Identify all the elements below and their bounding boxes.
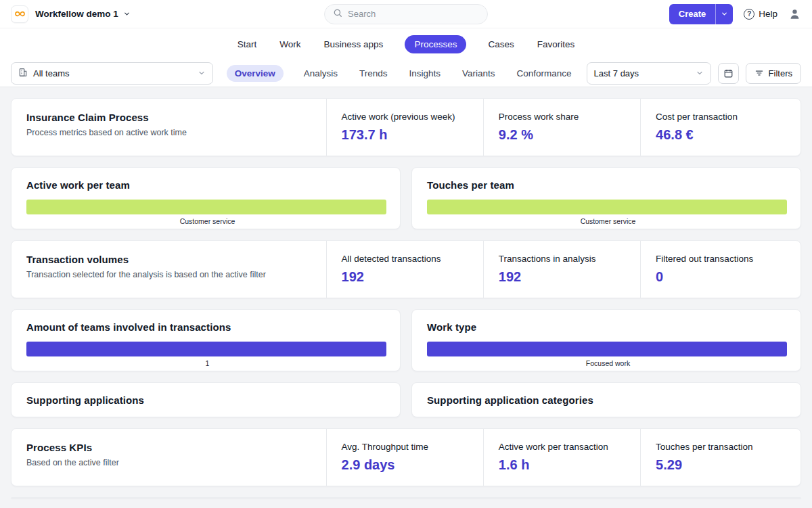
nav-item-cases[interactable]: Cases bbox=[487, 35, 515, 53]
bar-segment-customer-service[interactable] bbox=[26, 200, 386, 214]
tab-insights[interactable]: Insights bbox=[408, 65, 443, 82]
create-split-button: Create bbox=[669, 4, 733, 24]
help-button[interactable]: ? Help bbox=[744, 9, 777, 20]
metric-value: 5.29 bbox=[656, 457, 786, 473]
user-menu-button[interactable] bbox=[788, 7, 801, 20]
dashboard-content: Insurance Claim Process Process metrics … bbox=[0, 87, 812, 508]
workspace-switcher[interactable]: Workfellow demo 1 bbox=[35, 9, 131, 19]
metric-value: 0 bbox=[656, 269, 786, 285]
bar-segment-customer-service[interactable] bbox=[427, 200, 787, 214]
card-title: Transaction volumes bbox=[26, 254, 311, 265]
card-title: Touches per team bbox=[427, 179, 789, 191]
process-kpis-card: Process KPIs Based on the active filter … bbox=[11, 428, 801, 486]
view-tabs: Overview Analysis Trends Insights Varian… bbox=[227, 65, 573, 82]
create-button[interactable]: Create bbox=[669, 4, 715, 24]
card-subtitle: Transaction selected for the analysis is… bbox=[26, 270, 311, 279]
search-input[interactable] bbox=[348, 9, 479, 19]
search-icon bbox=[333, 8, 342, 20]
tab-analysis[interactable]: Analysis bbox=[302, 65, 339, 82]
teams-involved-card: Amount of teams involved in transactions… bbox=[11, 309, 401, 371]
metric-value: 9.2 % bbox=[499, 127, 625, 143]
touches-per-team-card: Touches per team Customer service bbox=[411, 167, 801, 229]
nav-item-business-apps[interactable]: Business apps bbox=[323, 35, 385, 53]
next-card-partial bbox=[11, 497, 801, 499]
card-title: Active work per team bbox=[26, 179, 388, 191]
metric-label: Touches per transaction bbox=[656, 442, 786, 452]
calendar-icon bbox=[723, 68, 734, 78]
workspace-name: Workfellow demo 1 bbox=[35, 9, 118, 19]
chevron-down-icon bbox=[123, 10, 131, 18]
metric-value: 173.7 h bbox=[342, 127, 468, 143]
chevron-down-icon bbox=[696, 69, 704, 77]
metric-label: Filtered out transactions bbox=[656, 254, 786, 264]
date-range-value: Last 7 days bbox=[594, 68, 639, 78]
card-subtitle: Based on the active filter bbox=[26, 458, 311, 467]
bar-label: Customer service bbox=[26, 217, 388, 225]
tab-overview[interactable]: Overview bbox=[227, 65, 284, 82]
topbar: Workfellow demo 1 Create ? Help bbox=[0, 0, 812, 28]
date-range-select[interactable]: Last 7 days bbox=[587, 62, 711, 85]
card-title: Supporting application categories bbox=[427, 394, 786, 406]
tab-conformance[interactable]: Conformance bbox=[516, 65, 573, 82]
chevron-down-icon bbox=[198, 69, 206, 77]
card-title: Insurance Claim Process bbox=[26, 112, 311, 123]
nav-item-start[interactable]: Start bbox=[236, 35, 258, 53]
tab-variants[interactable]: Variants bbox=[461, 65, 497, 82]
metric-label: Active work (previous week) bbox=[342, 112, 468, 122]
active-work-per-team-card: Active work per team Customer service bbox=[11, 167, 401, 229]
teams-filter-select[interactable]: All teams bbox=[11, 62, 213, 85]
bar-label: Focused work bbox=[427, 359, 789, 367]
metric-label: Transactions in analysis bbox=[499, 254, 625, 264]
help-icon: ? bbox=[744, 9, 754, 20]
nav-item-work[interactable]: Work bbox=[278, 35, 302, 53]
metric-value: 1.6 h bbox=[499, 457, 625, 473]
user-icon bbox=[788, 7, 801, 20]
work-type-card: Work type Focused work bbox=[411, 309, 801, 371]
metric-value: 2.9 days bbox=[342, 457, 468, 473]
calendar-button[interactable] bbox=[718, 63, 739, 84]
transaction-volumes-card: Transaction volumes Transaction selected… bbox=[11, 240, 801, 298]
teams-filter-value: All teams bbox=[33, 68, 69, 78]
card-subtitle: Process metrics based on active work tim… bbox=[26, 128, 311, 137]
help-label: Help bbox=[759, 9, 777, 19]
supporting-applications-card: Supporting applications bbox=[11, 382, 401, 417]
metric-value: 192 bbox=[499, 269, 625, 285]
tab-trends[interactable]: Trends bbox=[358, 65, 389, 82]
process-metrics-card: Insurance Claim Process Process metrics … bbox=[11, 98, 801, 156]
metric-value: 192 bbox=[342, 269, 468, 285]
toolbar: All teams Overview Analysis Trends Insig… bbox=[0, 60, 812, 87]
metric-label: Active work per transaction bbox=[499, 442, 625, 452]
bar-segment-focused-work[interactable] bbox=[427, 342, 787, 356]
workfellow-logo-icon[interactable] bbox=[11, 5, 28, 23]
bar-label: 1 bbox=[26, 359, 388, 367]
bar-label: Customer service bbox=[427, 217, 789, 225]
card-title: Amount of teams involved in transactions bbox=[26, 321, 388, 333]
card-title: Work type bbox=[427, 321, 789, 333]
organization-icon bbox=[18, 68, 28, 79]
filters-button[interactable]: Filters bbox=[746, 63, 801, 84]
filters-icon bbox=[754, 68, 764, 78]
main-nav: Start Work Business apps Processes Cases… bbox=[0, 28, 812, 60]
metric-label: Avg. Throughput time bbox=[342, 442, 468, 452]
metric-label: All detected transactions bbox=[342, 254, 468, 264]
card-title: Process KPIs bbox=[26, 442, 311, 453]
filters-label: Filters bbox=[769, 68, 792, 78]
bar-segment-one-team[interactable] bbox=[26, 342, 386, 356]
metric-value: 46.8 € bbox=[656, 127, 786, 143]
create-dropdown-button[interactable] bbox=[715, 4, 733, 24]
nav-item-favorites[interactable]: Favorites bbox=[536, 35, 577, 53]
nav-item-processes[interactable]: Processes bbox=[405, 35, 466, 53]
supporting-application-categories-card: Supporting application categories bbox=[411, 382, 801, 417]
metric-label: Cost per transaction bbox=[656, 112, 786, 122]
search-box[interactable] bbox=[324, 4, 488, 24]
chevron-down-icon bbox=[721, 10, 728, 18]
metric-label: Process work share bbox=[499, 112, 625, 122]
card-title: Supporting applications bbox=[26, 394, 385, 406]
